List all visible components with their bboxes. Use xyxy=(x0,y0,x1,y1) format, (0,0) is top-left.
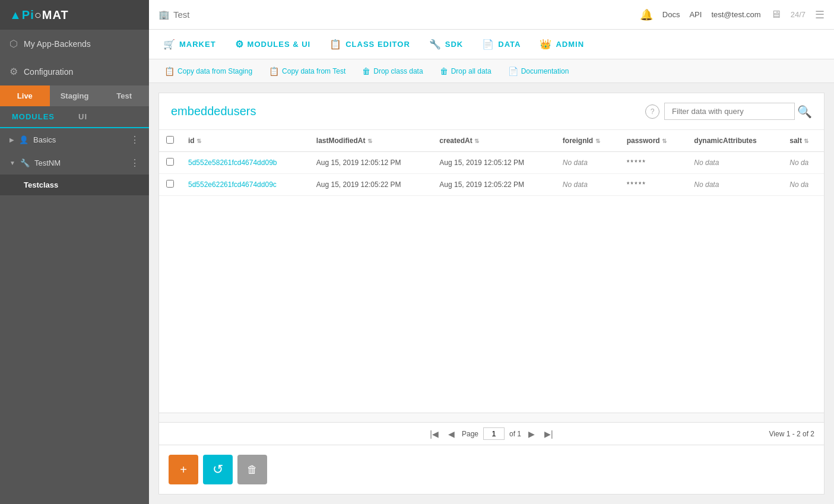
admin-icon: 👑 xyxy=(540,39,552,50)
drop-all-data-btn[interactable]: 🗑 Drop all data xyxy=(434,66,497,76)
documentation-btn[interactable]: 📄 Documentation xyxy=(502,66,575,76)
nav-item-data[interactable]: 📄 DATA xyxy=(482,30,521,58)
api-link[interactable]: API xyxy=(689,10,702,19)
topbar-title-text: Test xyxy=(173,9,190,20)
cell-foreign-id: No data xyxy=(556,152,620,174)
drop-class-label: Drop class data xyxy=(373,67,423,75)
nav-label-market: MARKET xyxy=(179,40,216,49)
col-last-modified[interactable]: lastModifiedAt ⇅ xyxy=(309,130,433,152)
sidebar-item-basics[interactable]: ▶ 👤 Basics ⋮ xyxy=(0,128,149,151)
more-options-icon[interactable]: ⋮ xyxy=(130,157,139,169)
wrench-icon: 🔧 xyxy=(20,159,30,167)
col-dynamic-attributes: dynamicAttributes xyxy=(687,130,782,152)
row-checkbox[interactable] xyxy=(166,180,174,188)
col-salt[interactable]: salt ⇅ xyxy=(782,130,824,152)
topbar: 🏢 Test 🔔 Docs API test@test.com 🖥 24/7 ☰ xyxy=(149,0,834,30)
cell-salt: No da xyxy=(782,152,824,174)
env-tab-live[interactable]: Live xyxy=(0,85,50,106)
bell-icon[interactable]: 🔔 xyxy=(640,8,653,21)
cell-dynamic-attributes: No data xyxy=(687,152,782,174)
row-checkbox[interactable] xyxy=(166,158,174,166)
copy-staging-icon: 📋 xyxy=(164,66,175,76)
data-icon: 📄 xyxy=(482,39,494,50)
cell-dynamic-attributes: No data xyxy=(687,174,782,196)
copy-from-staging-btn[interactable]: 📋 Copy data from Staging xyxy=(158,66,258,76)
cell-last-modified: Aug 15, 2019 12:05:22 PM xyxy=(309,174,433,196)
col-dynamic-attributes-label: dynamicAttributes xyxy=(694,137,756,145)
navbar: 🛒 MARKET ⚙ MODULES & UI 📋 CLASS EDITOR 🔧… xyxy=(149,30,834,59)
nav-label-data: DATA xyxy=(498,40,521,49)
row-checkbox-cell xyxy=(159,152,181,174)
more-options-icon[interactable]: ⋮ xyxy=(130,134,139,145)
env-tabs: Live Staging Test xyxy=(0,85,149,106)
sidebar-item-testnm[interactable]: ▼ 🔧 TestNM ⋮ xyxy=(0,151,149,175)
col-foreign-id[interactable]: foreignId ⇅ xyxy=(556,130,620,152)
filter-input[interactable] xyxy=(664,103,795,120)
col-foreign-id-label: foreignId xyxy=(563,137,593,145)
delete-button[interactable]: 🗑 xyxy=(237,455,267,484)
col-created-at[interactable]: createdAt ⇅ xyxy=(432,130,556,152)
page-number-input[interactable] xyxy=(483,427,505,440)
add-record-button[interactable]: + xyxy=(169,455,198,484)
cell-created-at: Aug 15, 2019 12:05:22 PM xyxy=(432,174,556,196)
select-all-col xyxy=(159,130,181,152)
table-row: 5d552e62261fcd4674dd09c Aug 15, 2019 12:… xyxy=(159,174,824,196)
sidebar: ▲Pi○MAT ⬡ My App-Backends ⚙ Configuratio… xyxy=(0,0,149,504)
help-button[interactable]: ? xyxy=(645,104,659,119)
sort-salt-icon: ⇅ xyxy=(804,138,808,144)
phone-icon[interactable]: 24/7 xyxy=(791,10,806,19)
module-tab-modules[interactable]: MODULES xyxy=(0,106,66,128)
drop-all-label: Drop all data xyxy=(451,67,491,75)
nav-item-admin[interactable]: 👑 ADMIN xyxy=(540,30,584,58)
nav-label-modules-ui: MODULES & UI xyxy=(248,40,311,49)
sdk-icon: 🔧 xyxy=(429,39,442,50)
module-tab-ui[interactable]: UI xyxy=(66,106,99,127)
cell-password: ***** xyxy=(620,152,687,174)
cell-salt: No da xyxy=(782,174,824,196)
app-backends-icon: ⬡ xyxy=(9,38,18,49)
main-content: 🏢 Test 🔔 Docs API test@test.com 🖥 24/7 ☰… xyxy=(149,0,834,504)
nav-item-market[interactable]: 🛒 MARKET xyxy=(163,30,216,58)
sidebar-item-my-app-backends[interactable]: ⬡ My App-Backends xyxy=(0,30,149,58)
horizontal-scrollbar[interactable] xyxy=(159,413,824,422)
monitor-icon[interactable]: 🖥 xyxy=(770,8,781,21)
sidebar-item-testclass[interactable]: Testclass xyxy=(0,175,149,195)
sidebar-item-configuration[interactable]: ⚙ Configuration xyxy=(0,58,149,85)
sidebar-item-label: My App-Backends xyxy=(24,39,91,49)
refresh-button[interactable]: ↺ xyxy=(203,455,233,484)
secondary-nav: 📋 Copy data from Staging 📋 Copy data fro… xyxy=(149,59,834,83)
cell-created-at: Aug 15, 2019 12:05:12 PM xyxy=(432,152,556,174)
copy-from-test-btn[interactable]: 📋 Copy data from Test xyxy=(263,66,351,76)
sort-foreignid-icon: ⇅ xyxy=(595,138,600,144)
sort-lastmodified-icon: ⇅ xyxy=(367,138,372,144)
more-menu-icon[interactable]: ☰ xyxy=(815,8,825,21)
docs-link[interactable]: Docs xyxy=(662,10,680,19)
first-page-btn[interactable]: |◀ xyxy=(427,428,441,440)
row-checkbox-cell xyxy=(159,174,181,196)
col-last-modified-label: lastModifiedAt xyxy=(316,137,366,145)
nav-item-sdk[interactable]: 🔧 SDK xyxy=(429,30,463,58)
drop-class-icon: 🗑 xyxy=(362,66,370,76)
col-id[interactable]: id ⇅ xyxy=(181,130,309,152)
cell-last-modified: Aug 15, 2019 12:05:12 PM xyxy=(309,152,433,174)
sort-id-icon: ⇅ xyxy=(196,138,201,144)
env-tab-test[interactable]: Test xyxy=(99,85,149,106)
search-button[interactable]: 🔍 xyxy=(797,104,812,119)
table-header-row: embeddedusers ? 🔍 xyxy=(159,93,824,130)
drop-class-data-btn[interactable]: 🗑 Drop class data xyxy=(356,66,429,76)
cell-password: ***** xyxy=(620,174,687,196)
last-page-btn[interactable]: ▶| xyxy=(542,428,556,440)
env-tab-staging[interactable]: Staging xyxy=(50,85,100,106)
col-password[interactable]: password ⇅ xyxy=(620,130,687,152)
next-page-btn[interactable]: ▶ xyxy=(526,428,537,440)
nav-item-class-editor[interactable]: 📋 CLASS EDITOR xyxy=(329,30,410,58)
sidebar-logo: ▲Pi○MAT xyxy=(0,0,149,30)
prev-page-btn[interactable]: ◀ xyxy=(446,428,457,440)
nav-item-modules-ui[interactable]: ⚙ MODULES & UI xyxy=(235,30,311,58)
select-all-checkbox[interactable] xyxy=(166,136,174,144)
copy-test-icon: 📋 xyxy=(269,66,279,76)
building-icon: 🏢 xyxy=(158,9,170,20)
topbar-title: 🏢 Test xyxy=(158,9,190,20)
configuration-icon: ⚙ xyxy=(9,66,18,77)
col-created-at-label: createdAt xyxy=(439,137,472,145)
